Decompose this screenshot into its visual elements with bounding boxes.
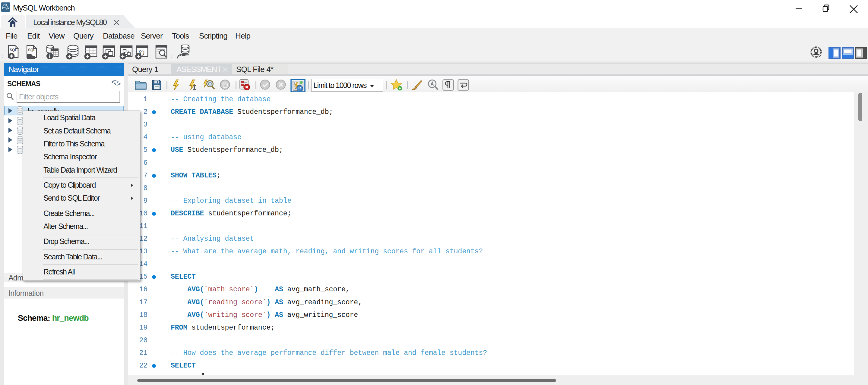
svg-text:SQL: SQL <box>28 48 36 52</box>
svg-text:i: i <box>49 54 50 59</box>
svg-text:SQL: SQL <box>10 48 17 52</box>
